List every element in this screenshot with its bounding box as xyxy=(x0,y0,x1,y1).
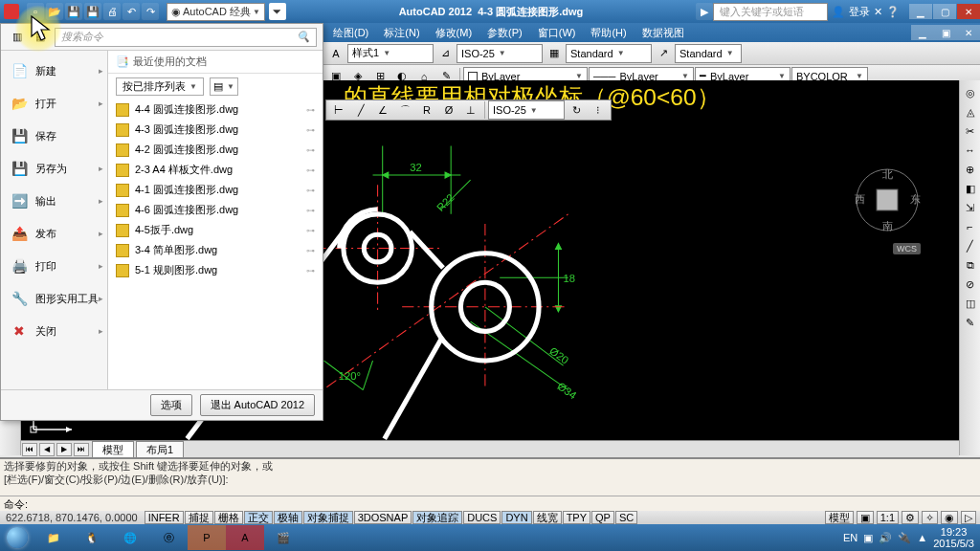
st-grid[interactable]: 栅格 xyxy=(214,511,243,524)
title-search-input[interactable]: 键入关键字或短语 xyxy=(713,3,828,21)
qat-print-icon[interactable]: 🖨 xyxy=(103,3,121,20)
wcs-badge[interactable]: WCS xyxy=(893,243,921,254)
am-docs-icon[interactable]: ▥ xyxy=(7,28,28,47)
workspace-combo[interactable]: ◉AutoCAD 经典▼ xyxy=(167,3,265,21)
menu-help[interactable]: 帮助(H) xyxy=(583,24,634,42)
options-button[interactable]: 选项 xyxy=(150,394,192,416)
system-tray[interactable]: EN ▣ 🔊 🔌 ▲ 19:23 2015/5/3 xyxy=(837,526,980,549)
st-a-icon[interactable]: ⚙ xyxy=(902,511,919,524)
task-ppt-icon[interactable]: P xyxy=(188,525,226,550)
qat-new-icon[interactable]: ▫ xyxy=(27,3,44,20)
st-lwt[interactable]: 线宽 xyxy=(533,511,562,524)
doc-minimize-button[interactable]: ▁ xyxy=(911,25,934,40)
recent-item[interactable]: 5-1 规则图形.dwg⊶ xyxy=(108,260,323,280)
am-open-icon[interactable]: ▦ xyxy=(30,28,51,47)
am-new[interactable]: 📄新建▸ xyxy=(1,55,107,87)
task-media-icon[interactable]: 🎬 xyxy=(264,525,302,550)
dimension-toolbar[interactable]: ⊢ ╱ ∠ ⌒ R Ø ⊥ ISO-25▼ ↻ ⁝ xyxy=(325,99,612,121)
tablestyle-combo[interactable]: Standard▼ xyxy=(566,44,652,63)
tab-prev-icon[interactable]: ◀ xyxy=(39,443,55,456)
am-open[interactable]: 📂打开▸ xyxy=(1,87,107,120)
task-acad-icon[interactable]: A xyxy=(226,525,264,550)
tab-last-icon[interactable]: ⏭ xyxy=(74,443,89,456)
st-b-icon[interactable]: ✧ xyxy=(922,511,938,524)
recent-item[interactable]: 4-3 圆弧连接图形.dwg⊶ xyxy=(108,120,323,140)
user-icon[interactable]: 👤 xyxy=(832,6,845,18)
dim-update-icon[interactable]: ↻ xyxy=(566,100,587,120)
task-qq-icon[interactable]: 🐧 xyxy=(73,525,111,550)
st-ducs[interactable]: DUCS xyxy=(463,511,501,524)
login-link[interactable]: 登录 xyxy=(849,5,870,19)
textstyle-icon[interactable]: A xyxy=(325,44,346,63)
st-c-icon[interactable]: ◉ xyxy=(941,511,958,524)
st-infer[interactable]: INFER xyxy=(145,511,184,524)
dim-more-icon[interactable]: ⁝ xyxy=(588,100,609,120)
menu-window[interactable]: 窗口(W) xyxy=(530,24,584,42)
qat-undo-icon[interactable]: ↶ xyxy=(122,3,140,20)
st-polar[interactable]: 极轴 xyxy=(274,511,302,524)
tab-model[interactable]: 模型 xyxy=(92,441,134,458)
rtool-8-icon[interactable]: ⌐ xyxy=(962,218,979,235)
rtool-7-icon[interactable]: ⇲ xyxy=(962,199,979,216)
menu-dataview[interactable]: 数据视图 xyxy=(635,24,692,42)
exchange-icon[interactable]: ✕ xyxy=(874,6,882,18)
tray-lang[interactable]: EN xyxy=(843,532,858,543)
st-qp[interactable]: QP xyxy=(591,511,614,524)
dim-style-combo[interactable]: ISO-25▼ xyxy=(488,100,565,120)
qat-redo-icon[interactable]: ↷ xyxy=(142,3,159,20)
command-window[interactable]: 选择要修剪的对象，或按住 Shift 键选择要延伸的对象，或 [栏选(F)/窗交… xyxy=(0,457,980,513)
menu-draw[interactable]: 绘图(D) xyxy=(325,24,376,42)
st-scale[interactable]: 1:1 xyxy=(877,511,899,524)
start-button[interactable] xyxy=(0,524,34,551)
rtool-13-icon[interactable]: ✎ xyxy=(962,314,979,331)
textstyle-combo[interactable]: 样式1▼ xyxy=(347,44,434,63)
dimstyle-combo[interactable]: ISO-25▼ xyxy=(457,44,543,63)
doc-restore-button[interactable]: ▣ xyxy=(934,25,957,40)
rtool-12-icon[interactable]: ◫ xyxy=(962,295,979,312)
task-ie-icon[interactable]: ⓔ xyxy=(149,525,188,550)
pin-icon[interactable]: ⊶ xyxy=(306,186,315,195)
am-publish[interactable]: 📤发布▸ xyxy=(1,217,107,250)
pin-icon[interactable]: ⊶ xyxy=(306,105,315,115)
pin-icon[interactable]: ⊶ xyxy=(306,145,315,155)
st-sc[interactable]: SC xyxy=(615,511,637,524)
tablestyle-icon[interactable]: ▦ xyxy=(544,44,565,63)
dim-arc-icon[interactable]: ⌒ xyxy=(394,100,415,120)
am-utilities[interactable]: 🔧图形实用工具▸ xyxy=(1,282,107,315)
dim-linear-icon[interactable]: ⊢ xyxy=(328,100,349,120)
st-tpy[interactable]: TPY xyxy=(563,511,590,524)
qat-open-icon[interactable]: 📂 xyxy=(46,3,63,20)
st-ortho[interactable]: 正交 xyxy=(244,511,273,524)
rtool-2-icon[interactable]: ◬ xyxy=(962,103,979,121)
tab-layout1[interactable]: 布局1 xyxy=(136,441,184,458)
am-export[interactable]: ➡️输出▸ xyxy=(1,185,107,217)
doc-close-button[interactable]: ✕ xyxy=(957,25,980,40)
qat-save-icon[interactable]: 💾 xyxy=(65,3,82,20)
minimize-button[interactable]: ▁ xyxy=(909,4,932,19)
help-icon[interactable]: ❔ xyxy=(886,6,900,18)
recent-item[interactable]: 4-5扳手.dwg⊶ xyxy=(108,220,323,240)
st-d-icon[interactable]: ▷ xyxy=(961,511,976,524)
tab-next-icon[interactable]: ▶ xyxy=(56,443,72,456)
dim-aligned-icon[interactable]: ╱ xyxy=(350,100,371,120)
recent-item[interactable]: 4-1 圆弧连接图形.dwg⊶ xyxy=(108,180,323,200)
st-layout-icon[interactable]: ▣ xyxy=(857,511,874,524)
recent-view-combo[interactable]: ▤▼ xyxy=(210,77,238,96)
am-save[interactable]: 💾保存 xyxy=(1,120,107,152)
st-osnap[interactable]: 对象捕捉 xyxy=(303,511,353,524)
tab-first-icon[interactable]: ⏮ xyxy=(22,443,37,456)
mleaderstyle-combo[interactable]: Standard▼ xyxy=(675,44,742,63)
menu-modify[interactable]: 修改(M) xyxy=(428,24,480,42)
recent-item[interactable]: 2-3 A4 样板文件.dwg⊶ xyxy=(108,160,323,180)
tray-net-icon[interactable]: 🔌 xyxy=(898,532,911,544)
dimstyle-icon[interactable]: ⊿ xyxy=(434,44,456,63)
tray-vol-icon[interactable]: 🔊 xyxy=(879,532,892,544)
title-search-go-icon[interactable]: ▶ xyxy=(696,3,713,20)
task-explorer-icon[interactable]: 📁 xyxy=(34,525,73,550)
pin-icon[interactable]: ⊶ xyxy=(306,206,315,215)
command-search-input[interactable]: 搜索命令 🔍 xyxy=(55,28,317,47)
qat-saveas-icon[interactable]: 💾 xyxy=(84,3,101,20)
st-dyn[interactable]: DYN xyxy=(501,511,531,524)
rtool-1-icon[interactable]: ◎ xyxy=(962,84,979,101)
recent-item[interactable]: 3-4 简单图形.dwg⊶ xyxy=(108,240,323,260)
